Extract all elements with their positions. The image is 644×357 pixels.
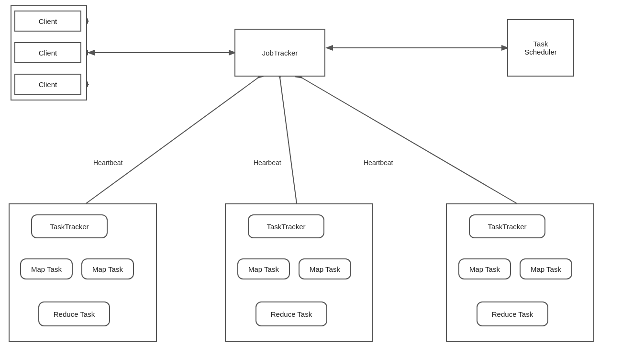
- taskscheduler-label: Task Scheduler: [524, 40, 557, 56]
- tasktracker1-label: TaskTracker: [50, 223, 89, 231]
- client1-box: Client: [14, 11, 81, 32]
- map1b-label: Map Task: [92, 265, 123, 273]
- tasktracker1-box: TaskTracker: [31, 214, 108, 238]
- reduce1-box: Reduce Task: [38, 301, 110, 326]
- heartbeat2-label: Hearbeat: [254, 159, 281, 167]
- heartbeat1-label: Heartbeat: [93, 159, 122, 167]
- map2b-box: Map Task: [299, 258, 351, 279]
- tasktracker3-box: TaskTracker: [469, 214, 545, 238]
- map1a-label: Map Task: [31, 265, 62, 273]
- reduce3-label: Reduce Task: [492, 310, 533, 318]
- map1b-box: Map Task: [81, 258, 134, 279]
- map2b-label: Map Task: [310, 265, 340, 273]
- jobtracker-label: JobTracker: [262, 49, 298, 57]
- tasktracker3-label: TaskTracker: [488, 223, 526, 231]
- svg-line-8: [86, 78, 258, 203]
- map3a-box: Map Task: [458, 258, 511, 279]
- client2-box: Client: [14, 42, 81, 63]
- svg-line-9: [280, 78, 297, 203]
- client1-label: Client: [39, 17, 57, 25]
- map3b-box: Map Task: [520, 258, 572, 279]
- tasktracker2-label: TaskTracker: [266, 223, 305, 231]
- map3b-label: Map Task: [531, 265, 561, 273]
- reduce2-box: Reduce Task: [255, 301, 327, 326]
- diagram: Client Client Client JobTracker Task Sch…: [0, 0, 644, 357]
- map1a-box: Map Task: [20, 258, 73, 279]
- map2a-label: Map Task: [248, 265, 279, 273]
- reduce3-box: Reduce Task: [477, 301, 548, 326]
- heartbeat3-label: Heartbeat: [364, 159, 393, 167]
- client3-label: Client: [39, 80, 57, 89]
- map2a-box: Map Task: [237, 258, 290, 279]
- reduce2-label: Reduce Task: [271, 310, 312, 318]
- client3-box: Client: [14, 74, 81, 95]
- tasktracker2-box: TaskTracker: [248, 214, 324, 238]
- reduce1-label: Reduce Task: [54, 310, 95, 318]
- taskscheduler-box: Task Scheduler: [507, 19, 574, 77]
- svg-line-10: [301, 78, 517, 203]
- map3a-label: Map Task: [469, 265, 500, 273]
- jobtracker-box: JobTracker: [234, 29, 325, 77]
- client2-label: Client: [39, 49, 57, 57]
